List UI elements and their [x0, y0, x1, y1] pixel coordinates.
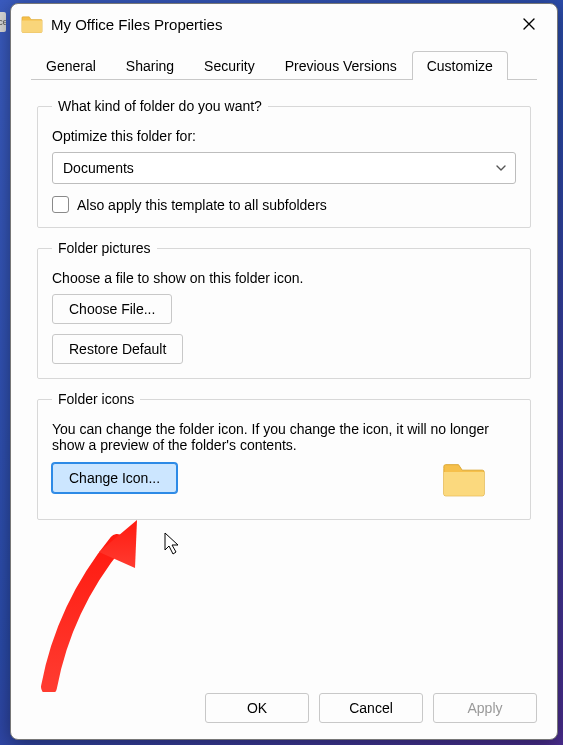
- restore-default-button[interactable]: Restore Default: [52, 334, 183, 364]
- group-folder-pictures: Folder pictures Choose a file to show on…: [37, 240, 531, 379]
- tab-sharing[interactable]: Sharing: [111, 51, 189, 80]
- dialog-footer: OK Cancel Apply: [11, 683, 557, 739]
- tab-body-customize: What kind of folder do you want? Optimiz…: [11, 80, 557, 683]
- cropped-edge: ce: [0, 12, 6, 32]
- apply-subfolders-checkbox[interactable]: [52, 196, 69, 213]
- folder-preview-icon: [442, 461, 486, 497]
- tab-security[interactable]: Security: [189, 51, 270, 80]
- properties-dialog: My Office Files Properties General Shari…: [10, 3, 558, 740]
- apply-button[interactable]: Apply: [433, 693, 537, 723]
- close-button[interactable]: [507, 9, 551, 39]
- cancel-button[interactable]: Cancel: [319, 693, 423, 723]
- tab-strip: General Sharing Security Previous Versio…: [11, 44, 557, 80]
- group-folder-icons-legend: Folder icons: [52, 391, 140, 407]
- apply-subfolders-label: Also apply this template to all subfolde…: [77, 197, 327, 213]
- choose-file-button[interactable]: Choose File...: [52, 294, 172, 324]
- group-folder-kind-legend: What kind of folder do you want?: [52, 98, 268, 114]
- close-icon: [522, 17, 536, 31]
- folder-pictures-desc: Choose a file to show on this folder ico…: [52, 270, 516, 286]
- optimize-dropdown[interactable]: Documents: [52, 152, 516, 184]
- change-icon-button[interactable]: Change Icon...: [52, 463, 177, 493]
- tab-general[interactable]: General: [31, 51, 111, 80]
- annotation-arrow: [29, 512, 159, 692]
- folder-icons-desc: You can change the folder icon. If you c…: [52, 421, 516, 453]
- optimize-label: Optimize this folder for:: [52, 128, 516, 144]
- cursor-icon: [164, 532, 184, 558]
- tab-previous-versions[interactable]: Previous Versions: [270, 51, 412, 80]
- titlebar: My Office Files Properties: [11, 4, 557, 44]
- tab-customize[interactable]: Customize: [412, 51, 508, 80]
- group-folder-pictures-legend: Folder pictures: [52, 240, 157, 256]
- chevron-down-icon: [495, 162, 507, 174]
- window-title: My Office Files Properties: [51, 16, 507, 33]
- ok-button[interactable]: OK: [205, 693, 309, 723]
- group-folder-kind: What kind of folder do you want? Optimiz…: [37, 98, 531, 228]
- folder-icon: [21, 15, 43, 33]
- group-folder-icons: Folder icons You can change the folder i…: [37, 391, 531, 520]
- optimize-dropdown-value: Documents: [63, 160, 134, 176]
